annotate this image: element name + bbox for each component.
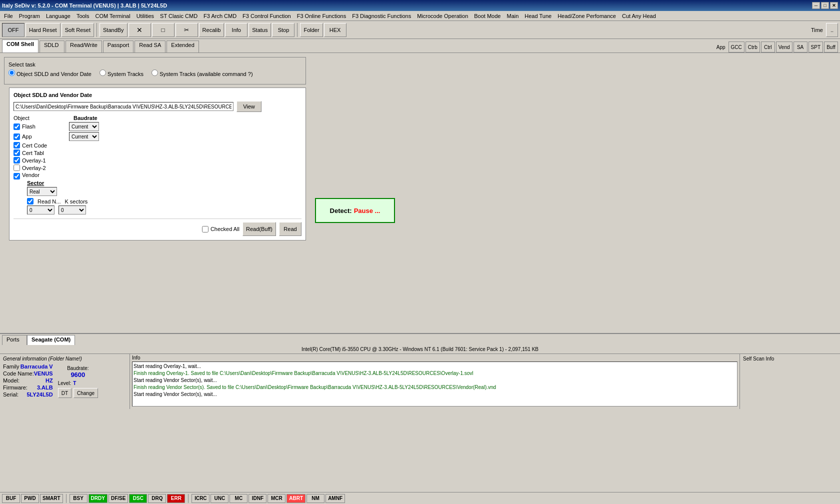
dt-button[interactable]: DT [58,388,72,398]
close-button[interactable]: ✕ [830,2,838,9]
menu-st-clasic[interactable]: ST Clasic CMD [157,12,200,20]
gen-left: Family Barracuda V Code Name: VENUS Mode… [3,364,53,398]
buff-btn[interactable]: Buff [824,42,838,52]
tab-ports[interactable]: Ports [2,335,27,345]
task-radio-1[interactable] [8,70,15,76]
standby-button[interactable]: StandBy [100,23,128,37]
tab-read-sa[interactable]: Read SA [134,40,166,52]
task-radio-3[interactable] [152,70,158,76]
log-content[interactable]: Start reading Overlay-1, wait... Finish … [132,362,738,406]
x-button[interactable]: ✕ [128,23,151,37]
menu-f3-diagnostic[interactable]: F3 Diagnostic Functions [349,12,414,20]
menu-f3-online[interactable]: F3 Online Functions [294,12,349,20]
hard-reset-button[interactable]: Hard Reset [26,23,60,37]
tab-extended[interactable]: Extended [166,40,198,52]
stop-button[interactable]: Stop [272,23,294,37]
self-scan-info: Self Scan Info [740,354,840,409]
spt-btn[interactable]: SPT [808,42,823,52]
sector-select[interactable]: Real [27,187,57,196]
vendor-section: Vendor Sector Real R [22,172,302,214]
ctrl-btn[interactable]: Ctrl [761,42,775,52]
label-overlay2: Overlay-2 [22,165,67,171]
check-overlay2[interactable] [14,164,20,171]
info-button[interactable]: Info [225,23,248,37]
menu-tools[interactable]: Tools [74,12,92,20]
change-button[interactable]: Change [74,388,98,398]
si-drdy: DRDY [88,494,108,503]
read-n-select[interactable]: 0 [27,206,54,214]
check-overlay1[interactable] [14,157,20,164]
task-option-1[interactable]: Object SDLD and Vendor Date [8,70,92,77]
checked-all-label[interactable]: Checked All [202,226,240,232]
checked-all-text: Checked All [210,226,240,232]
menu-file[interactable]: File [1,12,16,20]
object-col-header: Object [14,115,74,121]
check-cert-tabl[interactable] [14,150,20,156]
menu-f3-arch[interactable]: F3 Arch CMD [200,12,240,20]
menu-f3-control[interactable]: F3 Control Function [240,12,294,20]
status-button[interactable]: Status [248,23,271,37]
menu-head-tune[interactable]: Head Tune [522,12,554,20]
si-err: ERR [167,494,185,503]
log-line-4: Start reading Vendor Sector(s), wait... [134,391,736,398]
baudrate-box: Baudrate: 9600 Level: T DT Change [58,366,98,398]
task-radio-2[interactable] [100,70,106,76]
read-buff-button[interactable]: Read(Buff) [242,222,276,236]
folder-button[interactable]: Folder [300,23,322,37]
baudrate-app[interactable]: Current [69,132,99,141]
menu-boot-mode[interactable]: Boot Mode [471,12,504,20]
separator2 [297,23,298,37]
view-button[interactable]: View [236,101,262,112]
square-button[interactable]: □ [152,23,174,37]
recalib-button[interactable]: Recalib [199,23,224,37]
tab-com-shell[interactable]: COM Shell [2,40,38,52]
menu-program[interactable]: Program [16,12,43,20]
baudrate-flash[interactable]: Current [69,122,99,131]
menu-main[interactable]: Main [504,12,522,20]
check-vendor[interactable] [14,173,20,180]
check-cert-code[interactable] [14,142,20,148]
task-option-2[interactable]: System Tracks [100,70,144,77]
hex-button[interactable]: HEX [324,23,346,37]
select-task-group: Select task Object SDLD and Vendor Date … [4,57,306,84]
sa-btn[interactable]: SA [794,42,808,52]
log-title: Info [132,355,738,360]
menu-utilities[interactable]: Utilities [134,12,157,20]
baud-val: 9600 [58,371,98,378]
vend-btn[interactable]: Vend [776,42,792,52]
check-app[interactable] [14,134,20,140]
check-read-n[interactable] [27,198,34,204]
path-input[interactable] [14,102,234,111]
off-button[interactable]: OFF [2,23,24,37]
system-info-text: Intel(R) Core(TM) i5-3550 CPU @ 3.30GHz … [302,346,538,352]
soft-reset-button[interactable]: Soft Reset [62,23,94,37]
gen-firmware: Firmware: 3.ALB [3,384,53,390]
menu-cut-any-head[interactable]: Cut Any Head [619,12,659,20]
maximize-button[interactable]: □ [821,2,829,9]
object-sdld-title: Object SDLD and Vendor Date [14,92,302,98]
tab-sdld[interactable]: SDLD [40,40,64,52]
scissors-button[interactable]: ✂ [176,23,198,37]
label-flash: Flash [22,124,67,130]
label-vendor: Vendor [22,172,40,178]
read-button[interactable]: Read [279,222,302,236]
tab-seagate-com[interactable]: Seagate (COM) [27,335,75,345]
k-sectors-select[interactable]: 0 [58,206,86,214]
task-option-3[interactable]: System Tracks (available command ?) [152,70,253,77]
tab-passport[interactable]: Passport [103,40,134,52]
check-all[interactable] [202,226,208,232]
log-line-1: Finish reading Overlay-1. Saved to file … [134,370,736,377]
minimize-button[interactable]: ─ [812,2,820,9]
dot-button[interactable]: .. [826,23,838,37]
tab-read-write[interactable]: Read/Write [66,40,102,52]
si-dsc: DSC [129,494,147,503]
gcc-btn[interactable]: GCC [728,42,744,52]
si-bsy: BSY [70,494,88,503]
object-rows: Flash Current App Current Cert Code [14,122,302,214]
menu-microcode[interactable]: Microcode Operation [414,12,471,20]
ctrb-btn[interactable]: Ctrb [746,42,760,52]
menu-com-terminal[interactable]: COM Terminal [92,12,134,20]
check-flash[interactable] [14,124,20,130]
menu-language[interactable]: Language [43,12,74,20]
menu-head-zone[interactable]: Head/Zone Perfomance [554,12,619,20]
